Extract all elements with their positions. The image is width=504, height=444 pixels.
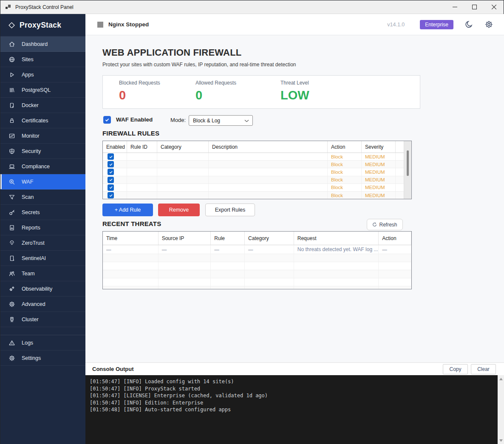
column-header-action[interactable]: Action — [379, 232, 411, 245]
rule-enabled-checkbox[interactable] — [108, 161, 114, 167]
maximize-button[interactable] — [464, 0, 484, 14]
rules-scrollbar-thumb[interactable] — [407, 150, 409, 176]
sidebar-item-label: Advanced — [22, 301, 45, 307]
sidebar-item-label: Dashboard — [22, 41, 48, 47]
console-scrollbar[interactable] — [498, 375, 504, 444]
column-header-source-ip[interactable]: Source IP — [159, 232, 211, 245]
copy-button[interactable]: Copy — [443, 364, 468, 374]
empty-cell — [245, 278, 294, 286]
remove-button[interactable]: Remove — [158, 204, 200, 216]
rule-enabled-checkbox[interactable] — [108, 184, 114, 191]
rule-row[interactable]: BlockMEDIUM — [103, 184, 411, 192]
threats-table-header: TimeSource IPRuleCategoryRequestAction — [103, 232, 411, 245]
sidebar-item-scan[interactable]: Scan — [0, 189, 85, 205]
sidebar-item-sentinelai[interactable]: SentinelAI — [0, 251, 85, 266]
empty-cell — [245, 270, 294, 278]
rule-cell — [157, 153, 209, 160]
empty-cell — [211, 278, 245, 286]
sidebar-item-secrets[interactable]: Secrets — [0, 205, 85, 220]
sidebar-item-reports[interactable]: Reports — [0, 220, 85, 235]
sidebar-item-settings[interactable]: Settings — [0, 351, 85, 366]
rules-table-scrollbar[interactable] — [404, 141, 411, 199]
sidebar-item-compliance[interactable]: Compliance — [0, 159, 85, 174]
column-header-action[interactable]: Action — [328, 141, 362, 153]
sidebar-item-waf[interactable]: WAF — [0, 174, 85, 189]
scroll-down-icon[interactable] — [499, 439, 503, 442]
rule-enabled-checkbox[interactable] — [108, 169, 114, 175]
rule-cell: Block — [328, 161, 362, 168]
version-label: v14.1.0 — [387, 22, 405, 28]
sidebar-item-label: Docker — [22, 102, 39, 108]
rule-row[interactable]: BlockMEDIUM — [103, 176, 411, 184]
scroll-up-icon[interactable] — [499, 378, 503, 380]
rule-cell — [209, 161, 328, 168]
clear-button[interactable]: Clear — [471, 364, 496, 374]
nginx-status-icon — [97, 22, 103, 28]
sidebar-item-docker[interactable]: Docker — [0, 98, 85, 113]
rule-cell — [157, 176, 209, 184]
rule-enabled-checkbox[interactable] — [108, 192, 114, 198]
sidebar-item-cluster[interactable]: Cluster — [0, 312, 85, 327]
column-header-category[interactable]: Category — [157, 141, 209, 153]
sidebar-item-certificates[interactable]: Certificates — [0, 113, 85, 128]
columns-icon — [8, 86, 15, 93]
column-header-severity[interactable]: Severity — [362, 141, 396, 153]
gear-icon — [8, 354, 15, 362]
threat-row-empty — [103, 270, 411, 278]
sidebar-item-sites[interactable]: Sites — [0, 52, 85, 67]
key-icon — [8, 209, 15, 216]
minimize-button[interactable] — [445, 0, 464, 14]
column-header-description[interactable]: Description — [209, 141, 328, 153]
rule-cell — [157, 161, 209, 168]
sidebar-item-logs[interactable]: Logs — [0, 335, 85, 351]
sidebar-item-team[interactable]: Team — [0, 266, 85, 281]
rule-cell — [127, 161, 157, 168]
sidebar-item-monitor[interactable]: Monitor — [0, 128, 85, 144]
sidebar-item-observability[interactable]: Observability — [0, 281, 85, 297]
rule-row[interactable]: BlockMEDIUM — [103, 168, 411, 176]
settings-gear-icon[interactable] — [484, 20, 493, 29]
rule-cell — [209, 176, 328, 184]
column-header-rule[interactable]: Rule — [211, 232, 245, 245]
sidebar-item-apps[interactable]: Apps — [0, 67, 85, 82]
rule-row[interactable]: BlockMEDIUM — [103, 153, 411, 161]
chevron-down-icon — [244, 119, 249, 122]
page-subtitle: Protect your sites with custom WAF rules… — [102, 62, 296, 68]
sidebar-item-label: ZeroTrust — [22, 240, 45, 246]
close-button[interactable] — [484, 0, 504, 14]
threat-row-empty — [103, 286, 411, 289]
rule-cell — [157, 168, 209, 175]
column-header-request[interactable]: Request — [294, 232, 379, 245]
rule-row[interactable]: BlockMEDIUM — [103, 192, 411, 199]
add-rule-button[interactable]: + Add Rule — [102, 204, 153, 216]
sidebar-item-label: WAF — [22, 179, 33, 185]
threat-row-empty — [103, 254, 411, 262]
console-output: [01:50:47] [INFO] Loaded config with 14 … — [85, 375, 498, 444]
stat-threat-level: Threat LevelLOW — [280, 76, 309, 108]
column-header-rule-id[interactable]: Rule ID — [127, 141, 157, 153]
theme-moon-icon[interactable] — [464, 20, 473, 29]
nginx-status-text: Nginx Stopped — [108, 21, 149, 28]
export-rules-button[interactable]: Export Rules — [205, 204, 255, 216]
rule-cell: MEDIUM — [362, 176, 396, 184]
sidebar-item-security[interactable]: Security — [0, 144, 85, 159]
refresh-button[interactable]: Refresh — [367, 219, 403, 230]
column-header-enabled[interactable]: Enabled — [103, 141, 127, 153]
column-header-time[interactable]: Time — [103, 232, 159, 245]
threat-row[interactable]: ————No threats detected yet. WAF log ...… — [103, 245, 411, 254]
sidebar-item-zerotrust[interactable]: ZeroTrust — [0, 235, 85, 251]
empty-cell — [103, 254, 159, 262]
column-header-category[interactable]: Category — [245, 232, 294, 245]
sidebar-nav: DashboardSitesAppsPostgreSQLDockerCertif… — [0, 37, 85, 327]
empty-cell — [245, 286, 294, 289]
rule-row[interactable]: BlockMEDIUM — [103, 161, 411, 168]
console-line: [01:50:47] [INFO] Loaded config with 14 … — [90, 378, 498, 385]
mode-select[interactable]: Block & Log — [189, 115, 253, 126]
sidebar-item-advanced[interactable]: Advanced — [0, 297, 85, 312]
rule-enabled-checkbox[interactable] — [108, 153, 114, 160]
waf-enabled-checkbox[interactable] — [103, 116, 111, 124]
sidebar-item-label: Cluster — [22, 317, 39, 322]
sidebar-item-dashboard[interactable]: Dashboard — [0, 37, 85, 52]
rule-enabled-checkbox[interactable] — [108, 177, 114, 183]
sidebar-item-postgresql[interactable]: PostgreSQL — [0, 82, 85, 98]
